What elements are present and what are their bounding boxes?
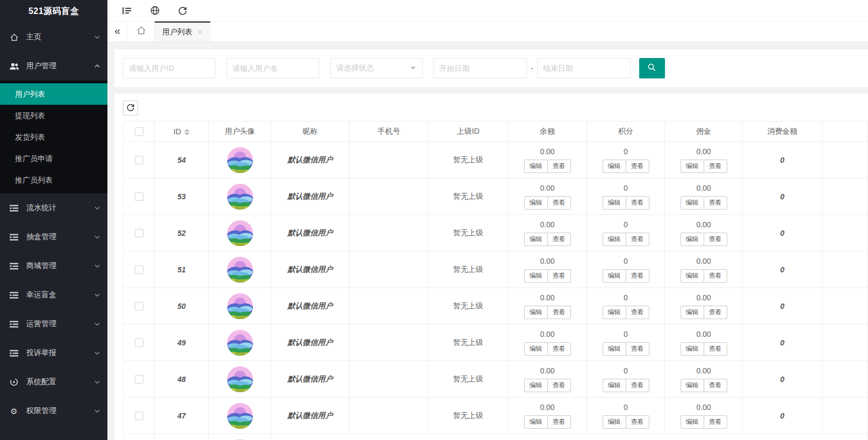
view-button[interactable]: 查看 [626, 379, 649, 392]
status-select[interactable]: 请选择状态 [330, 58, 423, 78]
user-id-input[interactable] [123, 58, 215, 78]
sidebar-item-1[interactable]: 用户管理 [0, 52, 107, 81]
sidebar-subitem[interactable]: 推广员申请 [0, 148, 107, 169]
view-button[interactable]: 查看 [626, 415, 649, 429]
view-button[interactable]: 查看 [704, 196, 727, 210]
view-button[interactable]: 查看 [547, 379, 571, 392]
view-button[interactable]: 查看 [626, 269, 649, 283]
sidebar-item-4[interactable]: 商城管理 [0, 251, 107, 280]
sidebar-item-8[interactable]: 系统配置 [0, 367, 107, 396]
nickname-cell: 默认微信用户 [271, 324, 350, 361]
row-checkbox-cell [124, 361, 155, 398]
sidebar-item-6[interactable]: 运营管理 [0, 309, 107, 338]
edit-button[interactable]: 编辑 [524, 415, 548, 429]
edit-button[interactable]: 编辑 [681, 160, 704, 173]
edit-button[interactable]: 编辑 [524, 342, 548, 356]
spend-cell: 0 [743, 251, 822, 288]
end-date-input[interactable] [537, 58, 631, 78]
edit-button[interactable]: 编辑 [603, 306, 626, 319]
tab-home[interactable] [128, 21, 155, 41]
view-button[interactable]: 查看 [626, 160, 649, 173]
view-button[interactable]: 查看 [626, 342, 649, 356]
edit-button[interactable]: 编辑 [603, 342, 626, 356]
edit-button[interactable]: 编辑 [681, 233, 704, 246]
tab-user-list[interactable]: 用户列表 × [155, 21, 211, 41]
edit-button[interactable]: 编辑 [603, 269, 626, 283]
overflow-cell [822, 324, 868, 361]
edit-button[interactable]: 编辑 [524, 233, 548, 246]
money-cell: 0编辑查看 [587, 324, 665, 361]
view-button[interactable]: 查看 [626, 233, 649, 246]
view-button[interactable]: 查看 [547, 306, 571, 319]
edit-button[interactable]: 编辑 [681, 379, 704, 392]
view-button[interactable]: 查看 [704, 233, 727, 246]
tabs-scroll-left-icon[interactable]: « [107, 21, 128, 41]
sidebar-item-5[interactable]: 幸运盲盒 [0, 280, 107, 309]
view-button[interactable]: 查看 [704, 342, 727, 356]
view-button[interactable]: 查看 [547, 415, 571, 429]
sidebar-item-0[interactable]: 主页 [0, 23, 107, 52]
view-button[interactable]: 查看 [626, 196, 649, 210]
avatar [227, 410, 253, 419]
edit-button[interactable]: 编辑 [524, 269, 548, 283]
row-checkbox[interactable] [135, 302, 143, 311]
sidebar-item-label: 商城管理 [26, 261, 93, 271]
sidebar-subitem[interactable]: 提现列表 [0, 105, 107, 126]
close-tab-icon[interactable]: × [198, 28, 202, 36]
edit-button[interactable]: 编辑 [603, 415, 626, 429]
edit-button[interactable]: 编辑 [603, 160, 626, 173]
collapse-sidebar-icon[interactable] [113, 0, 141, 21]
view-button[interactable]: 查看 [547, 342, 571, 356]
view-button[interactable]: 查看 [547, 269, 571, 283]
view-button[interactable]: 查看 [547, 233, 571, 246]
row-checkbox[interactable] [135, 192, 143, 201]
view-button[interactable]: 查看 [704, 306, 727, 319]
sidebar-item-9[interactable]: ⚙权限管理 [0, 396, 107, 425]
view-button[interactable]: 查看 [547, 160, 571, 173]
edit-button[interactable]: 编辑 [524, 196, 548, 210]
view-button[interactable]: 查看 [704, 160, 727, 173]
row-checkbox[interactable] [135, 375, 143, 384]
sidebar-item-label: 权限管理 [26, 406, 93, 416]
sidebar-subitem[interactable]: 推广员列表 [0, 169, 107, 191]
sort-icon[interactable] [184, 129, 190, 135]
edit-button[interactable]: 编辑 [524, 306, 548, 319]
row-checkbox[interactable] [135, 156, 143, 164]
username-input[interactable] [227, 58, 319, 78]
start-date-input[interactable] [433, 58, 527, 78]
search-button[interactable] [639, 58, 665, 78]
edit-button[interactable]: 编辑 [681, 342, 704, 356]
view-button[interactable]: 查看 [626, 306, 649, 319]
sidebar-item-7[interactable]: 投诉举报 [0, 338, 107, 367]
edit-button[interactable]: 编辑 [524, 379, 548, 392]
row-checkbox[interactable] [135, 412, 143, 420]
edit-button[interactable]: 编辑 [681, 306, 704, 319]
edit-button[interactable]: 编辑 [681, 196, 704, 210]
sidebar-subitem[interactable]: 发货列表 [0, 126, 107, 148]
sidebar-subitem[interactable]: 用户列表 [0, 83, 107, 105]
row-checkbox[interactable] [135, 338, 143, 347]
view-button[interactable]: 查看 [704, 415, 727, 429]
row-checkbox[interactable] [135, 265, 143, 274]
edit-button[interactable]: 编辑 [681, 269, 704, 283]
sidebar-item-2[interactable]: 流水统计 [0, 193, 107, 222]
refresh-page-icon[interactable] [169, 0, 197, 21]
refresh-table-button[interactable] [123, 100, 138, 116]
edit-button[interactable]: 编辑 [603, 196, 626, 210]
money-cell: 0编辑查看 [587, 178, 665, 215]
edit-button[interactable]: 编辑 [603, 379, 626, 392]
row-checkbox-cell [124, 215, 155, 251]
globe-icon[interactable] [141, 0, 169, 21]
select-all-checkbox[interactable] [135, 127, 143, 136]
edit-button[interactable]: 编辑 [524, 160, 548, 173]
edit-button[interactable]: 编辑 [603, 233, 626, 246]
money-value: 0.00 [665, 184, 742, 192]
view-button[interactable]: 查看 [704, 379, 727, 392]
row-checkbox[interactable] [135, 229, 143, 237]
view-button[interactable]: 查看 [704, 269, 727, 283]
edit-button[interactable]: 编辑 [681, 415, 704, 429]
config-icon [9, 377, 19, 387]
sidebar-item-3[interactable]: 抽盒管理 [0, 222, 107, 251]
view-button[interactable]: 查看 [547, 196, 571, 210]
spend-cell: 0 [743, 324, 822, 361]
